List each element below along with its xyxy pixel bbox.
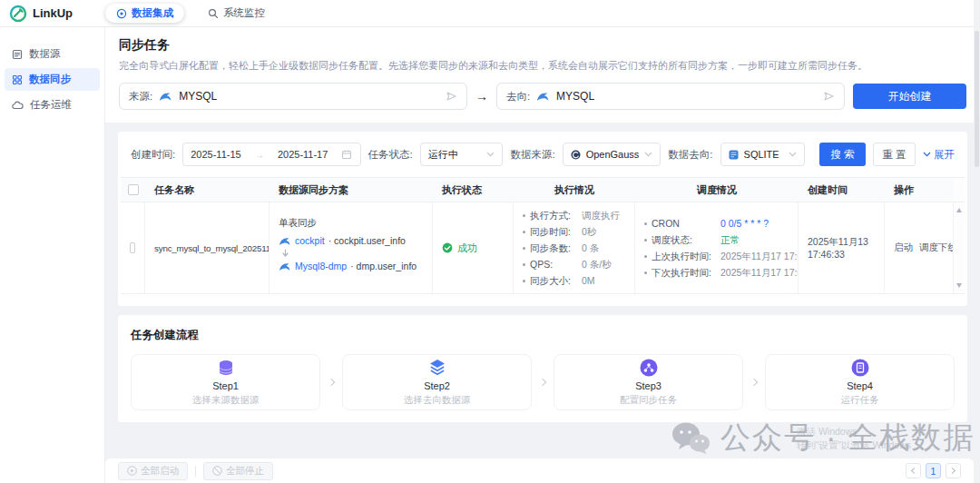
tab-label: 数据集成 — [132, 6, 173, 20]
table-scrollbar[interactable] — [954, 202, 965, 293]
schedule-label: 上次执行时间: — [652, 250, 720, 263]
stop-all-button[interactable]: 全部停止 — [203, 462, 273, 480]
integration-tab-icon — [116, 8, 127, 19]
sqlite-icon — [729, 150, 739, 160]
topbar: LinkUp 数据集成 系统监控 — [0, 0, 980, 27]
tab-system-monitor[interactable]: 系统监控 — [197, 4, 276, 23]
task-status-select[interactable]: 运行中 — [420, 143, 504, 166]
filter-row: 创建时间: 2025-11-15 → 2025-11-17 任务状态: 运行中 — [121, 143, 965, 166]
current-page[interactable]: 1 — [926, 463, 941, 478]
footer-divider — [195, 466, 196, 477]
cron-expression[interactable]: 0 0/5 * * * ? — [720, 217, 769, 231]
chevron-down-icon — [923, 152, 931, 157]
scroll-up-icon — [956, 208, 962, 212]
exec-value: 调度执行 — [582, 209, 620, 222]
task-status-label: 任务状态: — [368, 148, 413, 162]
chevron-down-icon — [644, 152, 652, 157]
sidebar-item-taskops[interactable]: 任务运维 — [5, 94, 100, 116]
step-desc: 选择去向数据源 — [404, 394, 471, 407]
page-title: 同步任务 — [119, 37, 966, 54]
brand-name: LinkUp — [33, 6, 73, 20]
dest-datasource-link[interactable]: Mysql8-dmp — [295, 261, 347, 271]
source-datasource-link[interactable]: cockpit — [295, 235, 325, 246]
tab-label: 系统监控 — [223, 6, 265, 20]
exec-detail-cell: 执行方式:调度执行 同步时间:0秒 同步条数:0 条 QPS:0 条/秒 同步大… — [514, 202, 635, 293]
date-from: 2025-11-15 — [191, 149, 240, 160]
exec-label: 执行方式: — [530, 209, 582, 222]
plan-source-line: cockpit · cockpit.user_info — [279, 235, 423, 246]
prev-page-button[interactable] — [906, 463, 921, 478]
success-status-icon — [442, 242, 453, 253]
step1-card[interactable]: Step1 选择来源数据源 — [131, 354, 320, 410]
schedule-offline-link[interactable]: 调度下线 — [919, 242, 954, 254]
next-page-button[interactable] — [946, 463, 961, 478]
stop-all-label: 全部停止 — [226, 465, 264, 478]
source-value: MYSQL — [179, 90, 217, 103]
data-source-value: OpenGauss — [586, 149, 640, 160]
play-circle-icon — [127, 466, 137, 476]
sync-task-panel: 同步任务 完全向导式白屏化配置，轻松上手企业级数据同步任务配置。先选择您要同步的… — [105, 27, 980, 123]
mysql-dolphin-icon — [279, 261, 291, 271]
schedule-status: 正常 — [720, 233, 740, 247]
plan-type: 单表同步 — [279, 217, 423, 230]
step-chevron-icon — [532, 380, 554, 385]
chevron-down-icon — [486, 152, 495, 157]
table-header-row: 任务名称 数据源同步方案 执行状态 执行情况 调度情况 创建时间 操作 — [121, 178, 965, 202]
run-task-icon — [850, 358, 870, 378]
task-list-card: 创建时间: 2025-11-15 → 2025-11-17 任务状态: 运行中 — [118, 132, 967, 306]
exec-label: QPS: — [530, 258, 582, 271]
exec-label: 同步条数: — [530, 242, 582, 255]
flow-title: 任务创建流程 — [131, 328, 955, 343]
sidebar-item-label: 数据同步 — [29, 73, 71, 86]
sync-plan-cell: 单表同步 cockpit · cockpit.user_info — [270, 202, 433, 293]
exec-value: 0M — [582, 274, 595, 288]
select-all-checkbox[interactable] — [128, 184, 139, 195]
source-label: 来源: — [129, 90, 152, 104]
col-operations: 操作 — [885, 178, 954, 202]
step-name: Step2 — [424, 380, 450, 391]
mysql-dolphin-icon — [279, 236, 291, 246]
sidebar-item-datasource[interactable]: 数据源 — [5, 43, 100, 65]
exec-status-cell: 成功 — [433, 202, 514, 293]
source-type-select[interactable]: 来源: MYSQL — [119, 83, 467, 110]
dest-label: 去向: — [506, 90, 530, 104]
schedule-label: 调度状态: — [652, 233, 720, 247]
database-icon — [216, 358, 236, 378]
task-name: sync_mysql_to_mysql_20251113_174606 — [145, 202, 270, 293]
start-all-label: 全部启动 — [141, 465, 179, 478]
data-source-select[interactable]: OpenGauss — [563, 143, 662, 166]
operations-cell: 启动 调度下线 更多 — [885, 202, 954, 293]
date-range-picker[interactable]: 2025-11-15 → 2025-11-17 — [182, 143, 360, 166]
step4-card[interactable]: Step4 运行任务 — [765, 354, 955, 410]
start-create-button[interactable]: 开始创建 — [853, 84, 966, 109]
col-exec-status: 执行状态 — [433, 178, 514, 202]
step3-card[interactable]: Step3 配置同步任务 — [554, 354, 743, 410]
scrollbar-thumb[interactable] — [975, 31, 979, 167]
calendar-icon — [341, 149, 352, 160]
data-dest-label: 数据去向: — [668, 148, 712, 162]
reset-button[interactable]: 重 置 — [873, 143, 916, 166]
wechat-icon — [670, 421, 711, 456]
col-schedule: 调度情况 — [635, 178, 799, 202]
stop-circle-icon — [212, 466, 222, 476]
status-badge: 成功 — [457, 242, 477, 255]
dest-type-select[interactable]: 去向: MYSQL — [496, 83, 845, 110]
start-task-link[interactable]: 启动 — [894, 242, 913, 254]
scroll-down-icon — [956, 283, 962, 288]
opengauss-icon — [571, 150, 581, 160]
page-scrollbar[interactable] — [974, 0, 980, 483]
sidebar-item-datasync[interactable]: 数据同步 — [5, 68, 100, 91]
row-checkbox[interactable] — [130, 242, 135, 253]
search-button[interactable]: 搜 索 — [819, 143, 866, 166]
start-all-button[interactable]: 全部启动 — [118, 462, 188, 480]
plan-dest-line: Mysql8-dmp · dmp.user_info — [279, 261, 423, 271]
expand-link[interactable]: 展开 — [923, 148, 955, 162]
step2-card[interactable]: Step2 选择去向数据源 — [342, 354, 532, 410]
task-table: 任务名称 数据源同步方案 执行状态 执行情况 调度情况 创建时间 操作 sync… — [121, 177, 965, 294]
footer-bar: 全部启动 全部停止 1 — [105, 458, 974, 483]
tab-data-integration[interactable]: 数据集成 — [105, 4, 184, 23]
data-dest-select[interactable]: SQLITE — [720, 143, 805, 166]
pagination: 1 — [906, 463, 961, 478]
mysql-dolphin-icon — [159, 91, 172, 102]
config-task-icon — [639, 358, 659, 378]
